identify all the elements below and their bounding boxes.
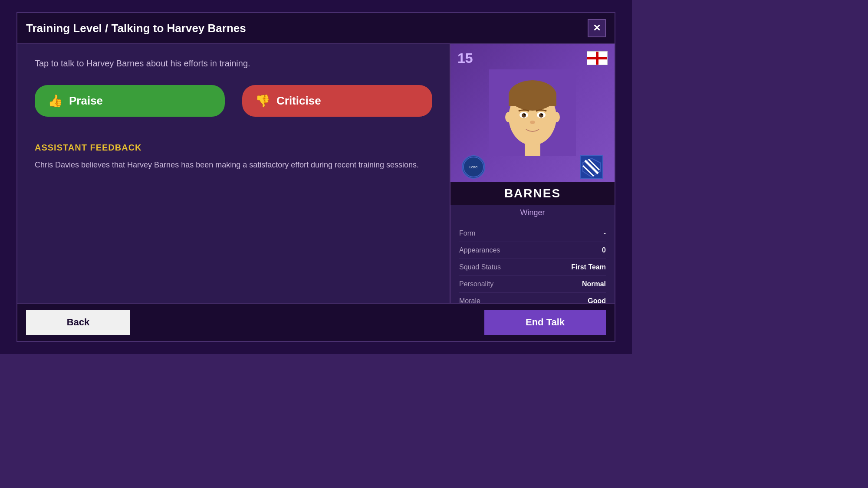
intro-text: Tap to talk to Harvey Barnes about his e…: [35, 57, 432, 69]
player-stats: Form-Appearances0Squad StatusFirst TeamP…: [450, 221, 615, 303]
stat-label: Personality: [459, 280, 493, 288]
svg-point-7: [522, 113, 526, 118]
svg-point-8: [539, 113, 543, 118]
modal-title: Training Level / Talking to Harvey Barne…: [26, 22, 246, 35]
praise-button[interactable]: 👍 Praise: [35, 85, 225, 117]
club-badge-icon: LCFC: [462, 155, 485, 179]
assistant-feedback-text: Chris Davies believes that Harvey Barnes…: [35, 159, 432, 171]
svg-point-12: [505, 112, 512, 122]
modal: Training Level / Talking to Harvey Barne…: [16, 12, 615, 342]
stat-value: First Team: [571, 263, 606, 271]
position-badge-icon: [580, 155, 603, 179]
svg-point-10: [541, 114, 543, 115]
left-panel: Tap to talk to Harvey Barnes about his e…: [17, 44, 450, 303]
end-talk-button[interactable]: End Talk: [484, 310, 606, 335]
player-name-bar: BARNES: [450, 182, 615, 205]
thumbs-up-icon: 👍: [48, 94, 63, 108]
thumbs-down-icon: 👎: [255, 94, 270, 108]
player-card-top: 15: [450, 44, 615, 182]
player-name: BARNES: [504, 187, 561, 200]
player-portrait: [489, 69, 576, 156]
stat-value: Good: [588, 297, 606, 303]
stat-label: Squad Status: [459, 263, 501, 271]
player-card-icons: LCFC: [457, 152, 608, 182]
close-button[interactable]: ✕: [588, 19, 606, 37]
modal-overlay: Training Level / Talking to Harvey Barne…: [0, 0, 632, 354]
praise-label: Praise: [69, 94, 103, 108]
player-position: Winger: [450, 205, 615, 221]
title-bar: Training Level / Talking to Harvey Barne…: [17, 13, 615, 44]
criticise-button[interactable]: 👎 Criticise: [242, 85, 432, 117]
player-card: 15: [450, 44, 615, 303]
criticise-label: Criticise: [276, 94, 321, 108]
action-buttons: 👍 Praise 👎 Criticise: [35, 85, 432, 117]
svg-point-13: [553, 112, 560, 122]
stat-value: Normal: [582, 280, 606, 288]
assistant-feedback-title: ASSISTANT FEEDBACK: [35, 143, 432, 153]
svg-point-11: [530, 121, 535, 124]
player-number: 15: [457, 50, 473, 66]
assistant-feedback-section: ASSISTANT FEEDBACK Chris Davies believes…: [35, 143, 432, 171]
england-flag-icon: [587, 51, 608, 65]
stat-row: PersonalityNormal: [459, 276, 606, 293]
back-button[interactable]: Back: [26, 310, 130, 335]
stat-row: MoraleGood: [459, 293, 606, 303]
stat-value: -: [604, 229, 606, 237]
stat-label: Morale: [459, 297, 480, 303]
svg-rect-4: [509, 93, 556, 106]
content-area: Tap to talk to Harvey Barnes about his e…: [17, 44, 615, 303]
stat-label: Appearances: [459, 246, 500, 254]
stat-value: 0: [602, 246, 606, 254]
stat-row: Squad StatusFirst Team: [459, 259, 606, 276]
stat-row: Form-: [459, 225, 606, 242]
svg-point-9: [524, 114, 526, 115]
stat-row: Appearances0: [459, 242, 606, 259]
bottom-bar: Back End Talk: [17, 303, 615, 341]
stat-label: Form: [459, 229, 475, 237]
svg-text:LCFC: LCFC: [470, 166, 478, 169]
